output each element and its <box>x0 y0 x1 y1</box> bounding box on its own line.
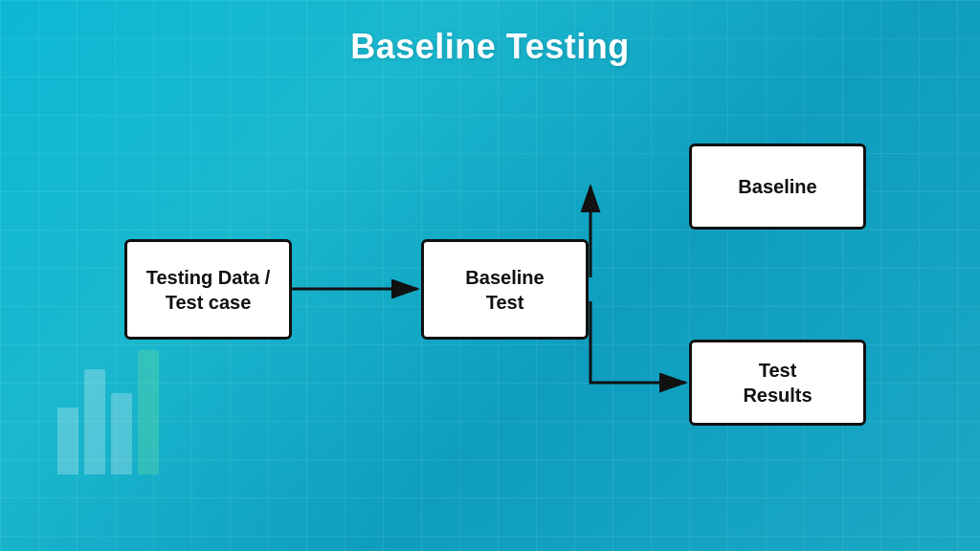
box-baseline-label: Baseline <box>738 174 816 199</box>
box-baseline: Baseline <box>689 143 866 230</box>
arrow-to-results <box>590 301 685 383</box>
bar-deco-2 <box>84 369 105 474</box>
box-test-results-label: TestResults <box>743 358 812 408</box>
box-test-results: TestResults <box>689 340 866 426</box>
bar-deco-1 <box>57 408 78 474</box>
diagram-container: Testing Data /Test case BaselineTest Bas… <box>124 96 942 494</box>
box-baseline-test: BaselineTest <box>421 239 589 340</box>
box-testing-data-label: Testing Data /Test case <box>146 265 271 315</box>
box-testing-data: Testing Data /Test case <box>124 239 292 340</box>
page-title: Baseline Testing <box>0 27 980 67</box>
box-baseline-test-label: BaselineTest <box>465 265 544 315</box>
